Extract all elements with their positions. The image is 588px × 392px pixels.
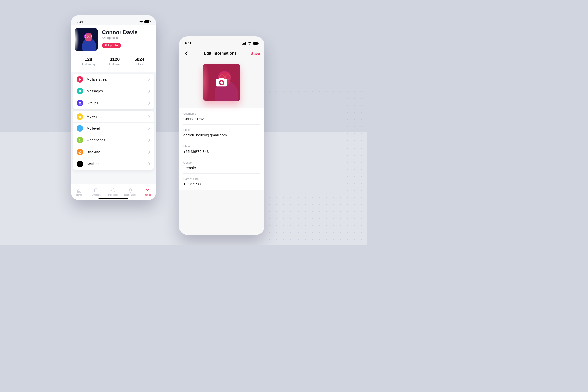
menu-row-label: Groups bbox=[87, 101, 148, 105]
profile-photo-picker[interactable] bbox=[203, 64, 240, 101]
svg-rect-0 bbox=[134, 22, 134, 23]
chevron-right-icon bbox=[148, 127, 150, 130]
chevron-right-icon bbox=[148, 139, 150, 142]
avatar[interactable] bbox=[75, 28, 98, 51]
svg-point-13 bbox=[80, 102, 81, 103]
menu-row-messages[interactable]: Messages bbox=[73, 85, 154, 97]
camera-icon bbox=[215, 76, 228, 89]
profile-screen: 9:41 bbox=[71, 15, 156, 200]
svg-rect-40 bbox=[258, 43, 259, 44]
tab-label: Messages bbox=[108, 194, 118, 196]
field-gender[interactable]: Gender Female bbox=[183, 157, 260, 174]
nav-header: Edit Informations Save bbox=[179, 46, 264, 59]
stat-follower[interactable]: 3120 Follower bbox=[109, 57, 120, 66]
svg-rect-6 bbox=[150, 21, 151, 22]
svg-point-32 bbox=[112, 189, 115, 192]
wifi-icon bbox=[248, 42, 252, 45]
battery-icon bbox=[253, 42, 259, 45]
messages-icon bbox=[111, 188, 116, 193]
tab-label: Notifications bbox=[124, 194, 136, 196]
menu-row-label: Settings bbox=[87, 162, 148, 166]
svg-rect-2 bbox=[136, 21, 136, 23]
edit-screen: 9:41 Edit Informations Save Username bbox=[179, 36, 264, 235]
svg-rect-36 bbox=[244, 43, 245, 45]
menu-row-settings[interactable]: Settings bbox=[73, 158, 154, 170]
svg-rect-31 bbox=[94, 189, 98, 192]
wallet-icon bbox=[77, 113, 83, 120]
menu-row-label: My level bbox=[87, 126, 148, 130]
svg-rect-3 bbox=[137, 21, 137, 23]
field-username[interactable]: Username Connor Davis bbox=[183, 108, 260, 125]
field-email[interactable]: Email darrell_bailey@gmail.com bbox=[183, 125, 260, 141]
stat-likes[interactable]: 5024 Likes bbox=[134, 57, 144, 66]
chat-icon bbox=[77, 88, 83, 94]
profile-icon bbox=[145, 188, 150, 193]
people-icon bbox=[77, 100, 83, 106]
svg-rect-35 bbox=[243, 43, 244, 45]
status-bar: 9:41 bbox=[71, 15, 156, 25]
svg-rect-39 bbox=[253, 42, 258, 44]
streams-icon bbox=[94, 188, 99, 193]
stat-following[interactable]: 128 Following bbox=[82, 57, 95, 66]
tab-home[interactable]: Home bbox=[71, 184, 88, 200]
form: Username Connor Davis Email darrell_bail… bbox=[179, 108, 264, 190]
menu-row-find-friends[interactable]: Find friends bbox=[73, 134, 154, 146]
svg-point-12 bbox=[79, 102, 80, 103]
block-icon bbox=[77, 149, 83, 155]
cellular-icon bbox=[134, 21, 138, 23]
status-bar: 9:41 bbox=[179, 36, 264, 46]
menu-card-1: My live streamMessagesGroups bbox=[73, 74, 154, 109]
status-time: 9:41 bbox=[185, 41, 191, 45]
edit-profile-button[interactable]: Edit profile bbox=[102, 43, 121, 48]
menu-row-label: Messages bbox=[87, 89, 148, 93]
svg-line-29 bbox=[79, 165, 79, 165]
menu-row-my-wallet[interactable]: My wallet bbox=[73, 111, 154, 123]
profile-username: @jorgecutis bbox=[102, 36, 138, 40]
tab-label: Home bbox=[76, 194, 82, 196]
tab-label: Streams bbox=[92, 194, 101, 196]
menu-row-groups[interactable]: Groups bbox=[73, 97, 154, 109]
svg-line-27 bbox=[79, 163, 79, 163]
status-icons bbox=[242, 42, 259, 45]
cellular-icon bbox=[242, 42, 246, 45]
svg-point-22 bbox=[79, 163, 80, 164]
svg-rect-16 bbox=[79, 128, 79, 130]
status-icons bbox=[134, 20, 151, 23]
chevron-right-icon bbox=[148, 151, 150, 154]
bars-icon bbox=[77, 125, 83, 132]
chevron-right-icon bbox=[148, 102, 150, 105]
svg-rect-15 bbox=[80, 116, 81, 117]
chevron-right-icon bbox=[148, 162, 150, 165]
back-button[interactable] bbox=[183, 50, 189, 57]
svg-point-19 bbox=[79, 139, 80, 140]
home-indicator bbox=[98, 198, 128, 199]
chevron-right-icon bbox=[148, 115, 150, 118]
menu-row-label: My live stream bbox=[87, 77, 148, 81]
profile-name: Connor Davis bbox=[102, 29, 138, 36]
svg-line-21 bbox=[79, 151, 81, 153]
chevron-left-icon bbox=[185, 51, 188, 56]
chevron-right-icon bbox=[148, 90, 150, 93]
field-phone[interactable]: Phone +65 39879 343 bbox=[183, 141, 260, 157]
menu-row-my-level[interactable]: My level bbox=[73, 123, 154, 134]
menu-card-2: My walletMy levelFind friendsBlacklistSe… bbox=[73, 111, 154, 170]
svg-rect-17 bbox=[80, 128, 80, 129]
field-dob[interactable]: Date of birth 16/04/1988 bbox=[183, 174, 260, 190]
svg-rect-5 bbox=[145, 21, 149, 23]
screen-title: Edit Informations bbox=[204, 51, 237, 56]
svg-line-28 bbox=[81, 165, 81, 165]
menu-row-label: Find friends bbox=[87, 138, 148, 142]
menu-row-blacklist[interactable]: Blacklist bbox=[73, 146, 154, 158]
menu-row-label: My wallet bbox=[87, 115, 148, 119]
bell-icon bbox=[128, 188, 133, 193]
battery-icon bbox=[144, 20, 151, 23]
chevron-right-icon bbox=[148, 78, 150, 81]
svg-rect-8 bbox=[75, 28, 82, 51]
menu-row-my-live-stream[interactable]: My live stream bbox=[73, 74, 154, 85]
save-button[interactable]: Save bbox=[251, 51, 260, 56]
home-icon bbox=[77, 188, 82, 193]
wifi-icon bbox=[139, 20, 143, 23]
addfriend-icon bbox=[77, 137, 83, 143]
svg-line-30 bbox=[81, 163, 81, 163]
svg-rect-18 bbox=[81, 127, 81, 129]
